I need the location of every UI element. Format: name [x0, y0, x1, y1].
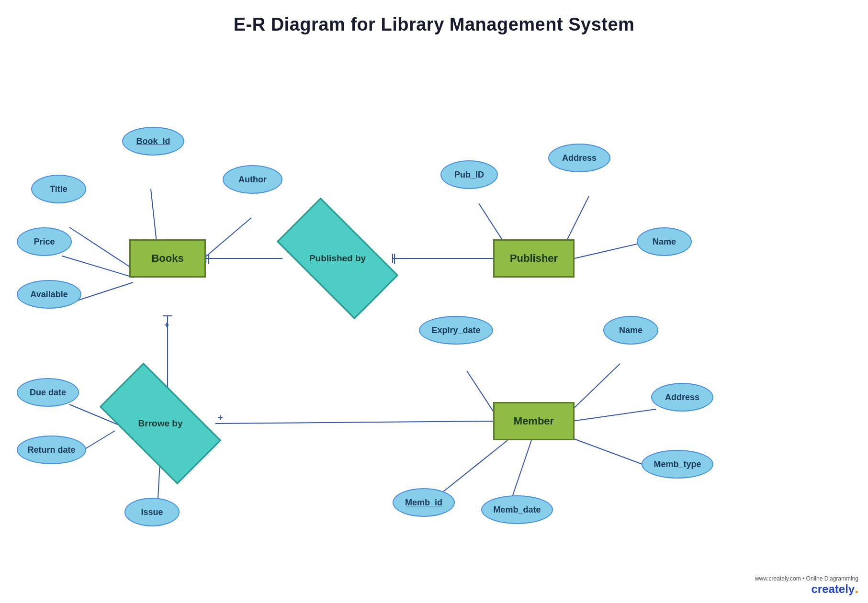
attribute-name-publisher: Name	[637, 227, 692, 256]
attribute-available: Available	[17, 280, 81, 309]
attribute-memb-date: Memb_date	[481, 495, 553, 524]
svg-line-22	[565, 436, 649, 467]
attribute-return-date: Return date	[17, 436, 86, 464]
attribute-price: Price	[17, 227, 72, 256]
diagram-container: + + Books Publisher Member Published by …	[0, 38, 868, 603]
svg-line-11	[575, 244, 637, 258]
attribute-issue: Issue	[124, 498, 180, 526]
svg-line-23	[436, 440, 507, 498]
attribute-name-member: Name	[603, 316, 658, 345]
svg-text:+: +	[218, 413, 223, 422]
attribute-author: Author	[223, 165, 282, 194]
watermark-dot-icon: .	[855, 582, 858, 595]
attribute-memb-type: Memb_type	[642, 450, 713, 479]
svg-line-3	[62, 256, 134, 278]
entity-books: Books	[129, 239, 206, 278]
attribute-expiry-date: Expiry_date	[419, 316, 493, 345]
svg-line-1	[69, 227, 139, 273]
page-title: E-R Diagram for Library Management Syste…	[0, 0, 868, 35]
attribute-address-publisher: Address	[548, 144, 610, 172]
attribute-memb-id: Memb_id	[393, 488, 455, 517]
watermark-brand: creately	[811, 582, 855, 596]
svg-text:+: +	[164, 320, 169, 330]
attribute-address-member: Address	[651, 383, 713, 412]
attribute-book-id: Book_id	[122, 127, 184, 156]
watermark-site: www.creately.com • Online Diagramming	[755, 575, 858, 582]
entity-publisher: Publisher	[493, 239, 575, 278]
watermark: www.creately.com • Online Diagramming cr…	[755, 575, 858, 596]
svg-line-14	[215, 421, 493, 424]
relationship-brrowe-by: Brrowe by	[105, 392, 215, 455]
attribute-title: Title	[31, 175, 86, 203]
svg-line-24	[512, 440, 531, 497]
svg-line-21	[572, 409, 656, 421]
attribute-pub-id: Pub_ID	[440, 160, 498, 189]
attribute-due-date: Due date	[17, 378, 79, 407]
entity-member: Member	[493, 402, 575, 440]
relationship-published-by: Published by	[282, 227, 393, 290]
